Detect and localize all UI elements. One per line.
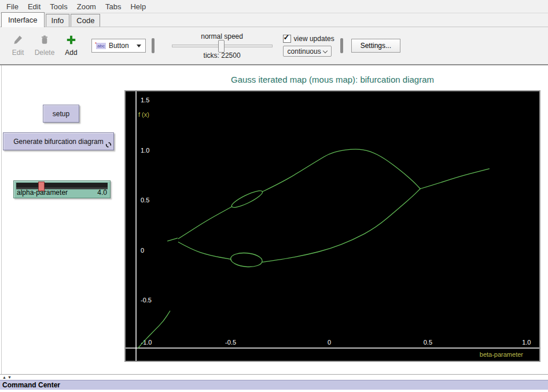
curve-right-tail	[420, 169, 489, 189]
menu-item-tools[interactable]: Tools	[45, 1, 72, 12]
speed-control: normal speed ticks: 22500	[170, 32, 275, 60]
x-tick-label: 0.5	[424, 339, 432, 346]
alpha-parameter-slider[interactable]: alpha-parameter 4.0	[13, 180, 111, 198]
speed-slider[interactable]	[172, 45, 273, 47]
plot-title: Gauss iterated map (mous map): bifurcati…	[124, 75, 540, 84]
x-tick-label: 1.0	[522, 339, 531, 346]
curve-upper-branch-pre-loop	[178, 206, 232, 239]
y-tick-label: 1.0	[141, 147, 149, 154]
delete-tool-label: Delete	[35, 49, 55, 57]
plus-icon	[66, 35, 76, 47]
view-updates-label: view updates	[294, 35, 334, 43]
netlogo-window: File Edit Tools Zoom Tabs Help Interface…	[0, 0, 548, 392]
menu-item-edit[interactable]: Edit	[23, 1, 45, 12]
widget-type-dropdown[interactable]: *abc Button	[91, 39, 146, 53]
generate-button-label: Generate bifurcation diagram	[13, 138, 103, 146]
splitter-up-arrow-icon[interactable]: ▲	[2, 375, 6, 379]
x-tick-label: -1.0	[141, 339, 152, 346]
y-tick-label: 1.5	[141, 97, 149, 103]
tab-code[interactable]: Code	[71, 14, 100, 27]
tab-interface[interactable]: Interface	[1, 12, 45, 27]
generate-bifurcation-button[interactable]: Generate bifurcation diagram	[3, 132, 114, 150]
y-tick-label: 0	[141, 247, 144, 254]
x-tick-label: 0	[328, 339, 331, 346]
bifurcation-plot-widget: 1.51.00.50-0.5-1.0-0.500.51.0f (x)beta-p…	[124, 90, 540, 362]
tab-bar: Interface Info Code	[0, 13, 548, 27]
view-updates-checkbox[interactable]: ✓	[283, 35, 291, 43]
x-axis-name-label: beta-parameter	[480, 351, 524, 358]
add-tool-button[interactable]: Add	[58, 35, 84, 57]
view-updates-controls: ✓ view updates continuous	[283, 35, 334, 57]
toolbar-separator	[340, 38, 343, 53]
curve-lower-left-arc	[138, 311, 170, 348]
chevron-down-icon	[322, 48, 327, 53]
tab-info[interactable]: Info	[46, 14, 70, 27]
curve-lower-branch-pre-loop	[178, 242, 231, 260]
curve-lower-branch-post-loop	[263, 189, 421, 262]
toolbar-separator	[152, 38, 155, 53]
view-updates-row: ✓ view updates	[283, 35, 334, 43]
interface-toolbar: Edit Delete Add *abc Button normal speed	[0, 27, 548, 65]
button-widget-icon: *abc	[96, 43, 106, 49]
setup-button[interactable]: setup	[43, 105, 79, 123]
menu-item-help[interactable]: Help	[126, 1, 150, 12]
speed-slider-thumb[interactable]	[218, 40, 225, 53]
bifurcation-plot-canvas: 1.51.00.50-0.5-1.0-0.500.51.0f (x)beta-p…	[126, 91, 539, 361]
forever-icon	[105, 142, 112, 148]
slider-labels: alpha-parameter 4.0	[17, 188, 107, 197]
trash-icon	[39, 35, 50, 47]
add-tool-label: Add	[65, 49, 77, 57]
interface-canvas: Gauss iterated map (mous map): bifurcati…	[0, 65, 548, 374]
y-tick-label: -0.5	[141, 297, 152, 304]
update-mode-dropdown[interactable]: continuous	[283, 46, 332, 57]
edit-tool-button[interactable]: Edit	[5, 35, 31, 57]
checkmark-icon: ✓	[284, 33, 290, 42]
delete-tool-button[interactable]: Delete	[31, 35, 58, 57]
period-doubling-loop-1	[230, 188, 264, 210]
y-axis-name-label: f (x)	[138, 111, 149, 118]
splitter-down-arrow-icon[interactable]: ▼	[8, 375, 12, 379]
edit-tool-label: Edit	[12, 49, 24, 57]
update-mode-value: continuous	[288, 47, 321, 56]
slider-name-label: alpha-parameter	[17, 188, 68, 197]
x-tick-label: -0.5	[225, 339, 236, 346]
curve-left-stub	[168, 238, 178, 241]
menu-item-zoom[interactable]: Zoom	[72, 1, 101, 12]
curve-upper-branch-post-loop	[263, 149, 421, 191]
menu-item-file[interactable]: File	[2, 1, 23, 12]
settings-button[interactable]: Settings...	[351, 39, 400, 53]
slider-value: 4.0	[97, 188, 107, 197]
speed-label: normal speed	[201, 32, 243, 40]
dropdown-arrow-icon	[137, 45, 141, 47]
command-center-header[interactable]: Command Center	[0, 380, 548, 390]
y-tick-label: 0.5	[141, 197, 149, 204]
widget-type-value: Button	[109, 42, 129, 50]
menu-item-tabs[interactable]: Tabs	[101, 1, 126, 12]
command-center-splitter[interactable]: ▲ ▼	[0, 375, 548, 380]
bottom-panel: ▲ ▼ Command Center	[0, 374, 548, 390]
period-doubling-loop-2	[230, 252, 263, 268]
menu-bar: File Edit Tools Zoom Tabs Help	[0, 0, 548, 13]
pencil-icon	[13, 35, 23, 47]
ticks-counter: ticks: 22500	[204, 51, 241, 60]
canvas-left-border	[1, 65, 2, 374]
command-center-title: Command Center	[2, 381, 60, 389]
